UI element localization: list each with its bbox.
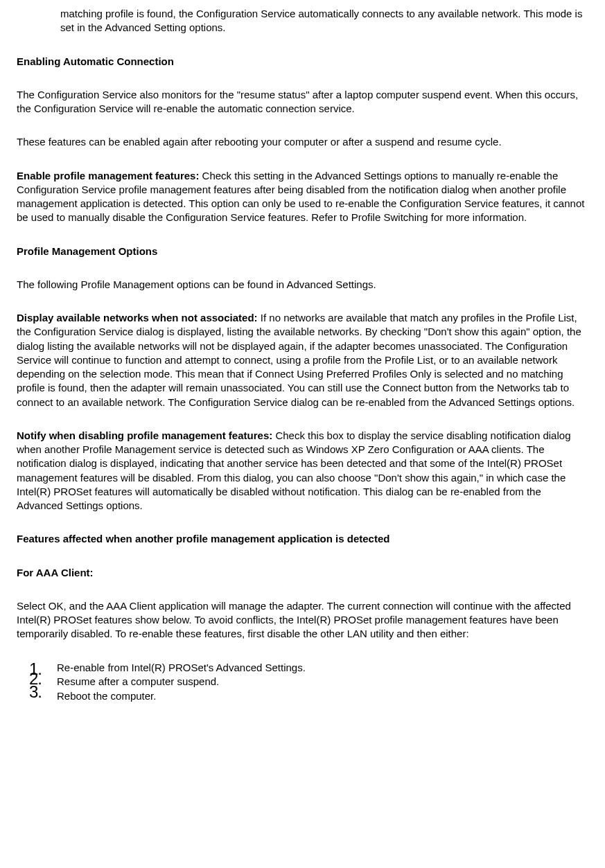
list-item: 1. Re-enable from Intel(R) PROSet's Adva…	[29, 661, 588, 675]
heading-for-aaa-client: For AAA Client:	[17, 566, 588, 580]
paragraph-reboot-cycle: These features can be enabled again afte…	[17, 135, 588, 149]
text-display-available-networks: If no networks are available that match …	[17, 312, 581, 408]
list-item: 3. Reboot the computer.	[29, 689, 588, 703]
paragraph-enable-profile-features: Enable profile management features: Chec…	[17, 169, 588, 225]
heading-profile-management-options: Profile Management Options	[17, 245, 588, 258]
paragraph-notify-disabling: Notify when disabling profile management…	[17, 429, 588, 513]
label-display-available-networks: Display available networks when not asso…	[17, 312, 258, 324]
paragraph-pm-options-found: The following Profile Management options…	[17, 278, 588, 292]
paragraph-display-available-networks: Display available networks when not asso…	[17, 311, 588, 409]
list-text: Resume after a computer suspend.	[57, 675, 219, 687]
label-notify-disabling: Notify when disabling profile management…	[17, 429, 272, 441]
label-enable-profile-features: Enable profile management features:	[17, 170, 199, 181]
list-number: 3.	[29, 681, 42, 702]
intro-fragment: matching profile is found, the Configura…	[60, 7, 588, 35]
text-notify-disabling: Check this box to display the service di…	[17, 429, 570, 511]
paragraph-resume-status: The Configuration Service also monitors …	[17, 88, 588, 116]
list-text: Reboot the computer.	[57, 690, 156, 702]
list-text: Re-enable from Intel(R) PROSet's Advance…	[57, 662, 306, 673]
heading-enabling-auto-connection: Enabling Automatic Connection	[17, 55, 588, 69]
heading-features-affected: Features affected when another profile m…	[17, 532, 588, 546]
reenable-steps-list: 1. Re-enable from Intel(R) PROSet's Adva…	[29, 661, 588, 703]
list-item: 2. Resume after a computer suspend.	[29, 675, 588, 689]
paragraph-aaa-client: Select OK, and the AAA Client applicatio…	[17, 599, 588, 641]
